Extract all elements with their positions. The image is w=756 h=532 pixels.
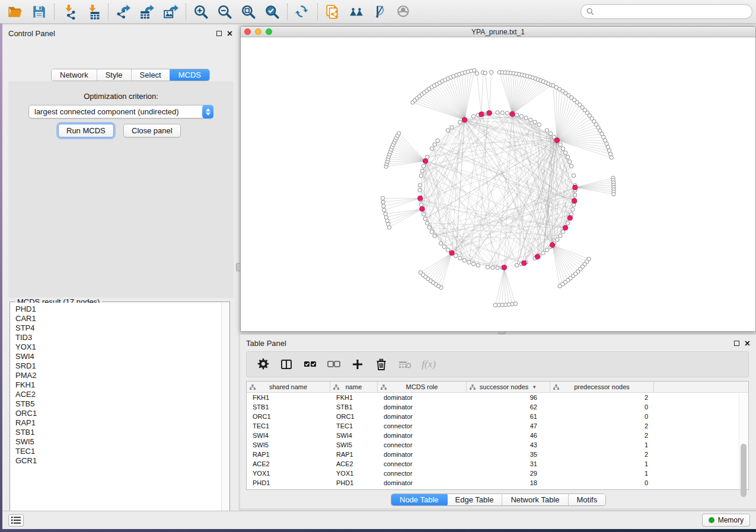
table-row[interactable]: RAP1RAP1dominator352	[247, 450, 748, 459]
select-all-button[interactable]	[300, 354, 320, 374]
network-node[interactable]	[486, 265, 489, 269]
network-node[interactable]	[493, 303, 497, 307]
network-node[interactable]	[491, 266, 495, 270]
search-box[interactable]	[580, 4, 752, 19]
network-node[interactable]	[471, 262, 475, 265]
save-session-button[interactable]	[27, 2, 51, 22]
mcds-result-item[interactable]: ORC1	[15, 409, 221, 418]
network-node[interactable]	[533, 120, 537, 124]
zoom-selected-button[interactable]	[260, 2, 284, 22]
network-node[interactable]	[425, 222, 429, 225]
network-node[interactable]	[496, 111, 499, 114]
network-node[interactable]	[454, 254, 458, 257]
mcds-result-item[interactable]: TEC1	[15, 447, 221, 456]
tab-motifs[interactable]: Motifs	[569, 494, 606, 505]
network-node[interactable]	[462, 258, 466, 262]
network-node[interactable]	[430, 230, 433, 233]
delete-column-button[interactable]	[371, 354, 391, 374]
mcds-result-item[interactable]: YOX1	[15, 342, 221, 352]
network-node[interactable]	[458, 120, 462, 124]
deselect-all-button[interactable]	[324, 354, 344, 374]
network-hub-node[interactable]	[462, 117, 467, 122]
network-node[interactable]	[566, 222, 569, 225]
tab-network-table[interactable]: Network Table	[502, 494, 568, 505]
table-row[interactable]: TEC1TEC1connector472	[247, 421, 748, 431]
network-hub-node[interactable]	[554, 138, 559, 143]
network-node[interactable]	[559, 143, 562, 146]
tab-node-table[interactable]: Node Table	[391, 493, 448, 506]
show-all-button[interactable]	[392, 2, 416, 22]
mcds-result-item[interactable]: STB5	[15, 399, 221, 409]
task-history-button[interactable]	[8, 514, 24, 527]
network-node[interactable]	[419, 174, 423, 177]
network-node[interactable]	[473, 69, 476, 72]
network-node[interactable]	[442, 245, 446, 248]
network-node[interactable]	[418, 188, 422, 192]
close-table-panel-icon[interactable]: ×	[745, 341, 750, 346]
network-node[interactable]	[381, 196, 384, 200]
tab-select[interactable]: Select	[132, 69, 170, 81]
mcds-result-item[interactable]: CAR1	[15, 314, 221, 323]
mcds-result-item[interactable]: STP4	[15, 323, 221, 333]
network-node[interactable]	[572, 174, 576, 177]
tab-style[interactable]: Style	[97, 69, 132, 81]
table-row[interactable]: YOX1YOX1connector291	[247, 469, 748, 478]
float-table-panel-icon[interactable]	[734, 341, 739, 346]
network-node[interactable]	[433, 234, 436, 238]
mcds-result-item[interactable]: GCR1	[15, 456, 221, 466]
zoom-fit-button[interactable]	[237, 2, 260, 22]
network-node[interactable]	[549, 132, 553, 135]
tab-network[interactable]: Network	[52, 69, 97, 81]
network-node[interactable]	[571, 207, 575, 211]
network-node[interactable]	[446, 129, 449, 132]
zoom-out-button[interactable]	[213, 2, 237, 22]
network-node[interactable]	[561, 147, 564, 150]
network-hub-node[interactable]	[567, 216, 572, 220]
network-node[interactable]	[475, 72, 479, 75]
table-row[interactable]: SWI5SWI5connector431	[247, 440, 748, 450]
network-node[interactable]	[515, 264, 518, 267]
network-node[interactable]	[505, 111, 509, 115]
table-row[interactable]: SWI4SWI4dominator462	[247, 431, 748, 440]
network-node[interactable]	[419, 271, 422, 274]
network-hub-node[interactable]	[449, 251, 454, 255]
network-node[interactable]	[529, 118, 532, 121]
tab-mcds[interactable]: MCDS	[170, 69, 210, 81]
network-hub-node[interactable]	[420, 207, 425, 211]
mcds-result-item[interactable]: STB1	[15, 428, 221, 437]
network-hub-node[interactable]	[572, 198, 577, 203]
mcds-result-item[interactable]: SWI4	[15, 352, 221, 361]
network-node[interactable]	[397, 132, 401, 135]
network-window-titlebar[interactable]: YPA_prune.txt_1	[241, 27, 755, 37]
network-node[interactable]	[430, 147, 433, 150]
network-node[interactable]	[418, 184, 422, 187]
network-node[interactable]	[422, 212, 425, 216]
close-panel-button[interactable]: Close panel	[123, 124, 181, 137]
table-scrollbar-thumb[interactable]	[741, 444, 747, 497]
table-settings-button[interactable]	[253, 354, 273, 374]
network-node[interactable]	[381, 200, 385, 204]
network-node[interactable]	[496, 266, 499, 270]
export-table-button[interactable]	[135, 2, 159, 22]
column-header-successor-nodes[interactable]: successor nodes▼	[467, 382, 550, 392]
network-node[interactable]	[423, 217, 427, 220]
export-image-button[interactable]	[159, 2, 183, 22]
network-node[interactable]	[566, 155, 569, 159]
column-header-predecessor-nodes[interactable]: predecessor nodes	[550, 382, 654, 392]
network-node[interactable]	[556, 238, 559, 241]
network-hub-node[interactable]	[535, 254, 540, 259]
network-node[interactable]	[558, 284, 562, 288]
network-node[interactable]	[471, 114, 475, 118]
import-network-button[interactable]	[58, 2, 81, 22]
network-node[interactable]	[524, 116, 528, 120]
network-node[interactable]	[564, 151, 567, 155]
network-node[interactable]	[476, 264, 480, 267]
network-node[interactable]	[419, 203, 423, 206]
network-node[interactable]	[608, 152, 612, 156]
network-node[interactable]	[446, 248, 449, 252]
float-panel-icon[interactable]	[216, 31, 222, 36]
network-node[interactable]	[573, 193, 577, 197]
network-node[interactable]	[483, 71, 487, 75]
network-hub-node[interactable]	[487, 111, 492, 116]
criterion-dropdown[interactable]: largest connected component (undirected)	[28, 105, 213, 118]
